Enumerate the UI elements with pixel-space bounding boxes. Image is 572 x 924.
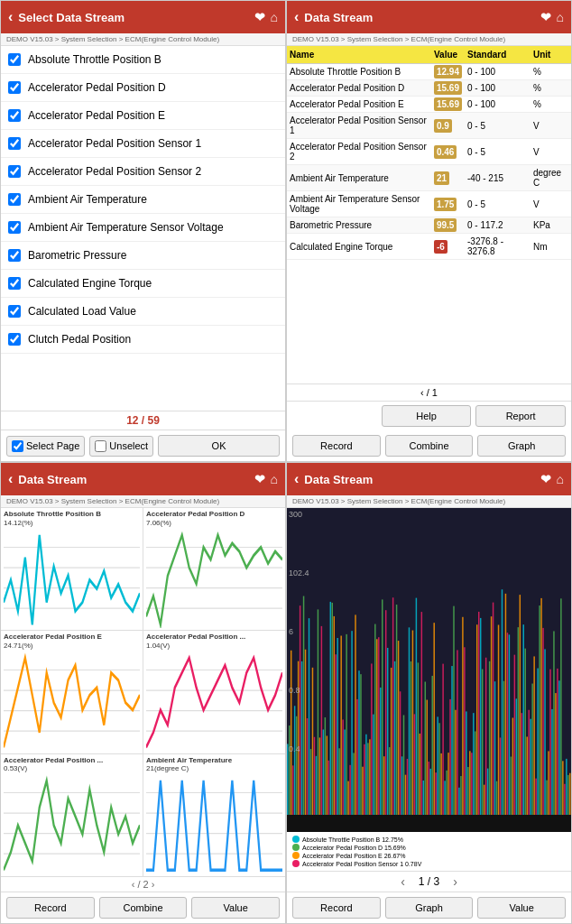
item-checkbox[interactable] <box>8 193 21 206</box>
panel2-breadcrumb: DEMO V15.03 > System Selection > ECM(Eng… <box>287 33 571 46</box>
panel3-page-back[interactable]: ‹ <box>132 879 135 890</box>
panel1-select-page-btn[interactable]: Select Page <box>6 436 85 457</box>
panel2-help-btn[interactable]: Help <box>382 405 472 427</box>
graph-cell[interactable]: Absolute Throttle Position B14.12(%) <box>1 508 143 630</box>
panel3-back-arrow[interactable]: ‹ <box>8 471 13 487</box>
heartbeat-icon2[interactable]: ❤ <box>540 10 551 24</box>
table-row[interactable]: Accelerator Pedal Position D15.690 - 100… <box>287 80 571 97</box>
legend-color-dot <box>292 860 300 867</box>
home-icon3[interactable]: ⌂ <box>271 472 278 486</box>
panel1-ok-btn[interactable]: OK <box>158 435 280 457</box>
row-value: -6 <box>434 240 447 254</box>
item-checkbox[interactable] <box>8 109 21 122</box>
panel4-page-nav: ‹ 1 / 3 › <box>287 871 571 892</box>
item-checkbox[interactable] <box>8 333 21 346</box>
table-row[interactable]: Accelerator Pedal Position Sensor 10.90 … <box>287 113 571 139</box>
table-row[interactable]: Barometric Pressure99.50 - 117.2KPa <box>287 217 571 234</box>
panel3-page-fwd[interactable]: › <box>152 879 155 890</box>
item-label: Calculated Load Value <box>28 305 136 318</box>
panel2-back-arrow[interactable]: ‹ <box>294 9 299 25</box>
heartbeat-icon[interactable]: ❤ <box>254 10 265 24</box>
row-value: 0.9 <box>434 119 452 133</box>
item-checkbox[interactable] <box>8 81 21 94</box>
panel2-back-page[interactable]: ‹ <box>420 387 424 398</box>
list-item[interactable]: Calculated Engine Torque <box>1 270 285 298</box>
panel4-breadcrumb: DEMO V15.03 > System Selection > ECM(Eng… <box>287 495 571 508</box>
item-checkbox[interactable] <box>8 277 21 290</box>
panel4-icons: ❤ ⌂ <box>540 472 564 486</box>
panel1-back-arrow[interactable]: ‹ <box>8 9 13 25</box>
heartbeat-icon4[interactable]: ❤ <box>540 472 551 486</box>
col-standard: Standard <box>465 46 530 64</box>
panel3-combine-btn[interactable]: Combine <box>99 897 188 919</box>
graph-cell[interactable]: Accelerator Pedal Position ...1.04(V) <box>143 631 285 753</box>
item-checkbox[interactable] <box>8 249 21 262</box>
item-label: Accelerator Pedal Position D <box>28 81 166 94</box>
home-icon[interactable]: ⌂ <box>271 10 278 24</box>
panel2-icons: ❤ ⌂ <box>540 10 564 24</box>
list-item[interactable]: Absolute Throttle Position B <box>1 46 285 74</box>
panel2-graph-btn[interactable]: Graph <box>477 435 566 457</box>
row-unit: V <box>530 191 571 217</box>
table-row[interactable]: Ambient Air Temperature21-40 - 215degree… <box>287 165 571 191</box>
graph-cell[interactable]: Accelerator Pedal Position E24.71(%) <box>1 631 143 753</box>
panel4-combined-graph <box>287 508 571 832</box>
table-row[interactable]: Accelerator Pedal Position E15.690 - 100… <box>287 97 571 113</box>
item-checkbox[interactable] <box>8 221 21 234</box>
item-checkbox[interactable] <box>8 305 21 318</box>
list-item[interactable]: Ambient Air Temperature <box>1 186 285 214</box>
legend-label: Accelerator Pedal Position D 15.69% <box>302 845 406 851</box>
home-icon4[interactable]: ⌂ <box>557 472 564 486</box>
panel4-prev-page[interactable]: ‹ <box>401 874 405 889</box>
graph-cell[interactable]: Ambient Air Temperature21(degree C) <box>143 754 285 876</box>
panel4-record-btn[interactable]: Record <box>292 897 381 919</box>
panel2-footer: Record Combine Graph <box>287 430 571 461</box>
row-standard: 0 - 117.2 <box>465 217 530 234</box>
panel4-graph-btn[interactable]: Graph <box>385 897 474 919</box>
panel4-back-arrow[interactable]: ‹ <box>294 471 299 487</box>
list-item[interactable]: Accelerator Pedal Position E <box>1 102 285 130</box>
row-unit: degree C <box>530 165 571 191</box>
panel-select-data-stream: ‹ Select Data Stream ❤ ⌂ DEMO V15.03 > S… <box>0 0 286 462</box>
legend-color-dot <box>292 844 300 851</box>
legend-label: Accelerator Pedal Position Sensor 1 0.78… <box>302 861 421 867</box>
panel1-unselect-btn[interactable]: Unselect <box>89 436 153 457</box>
table-row[interactable]: Accelerator Pedal Position Sensor 20.460… <box>287 139 571 165</box>
item-label: Accelerator Pedal Position E <box>28 109 165 122</box>
list-item[interactable]: Ambient Air Temperature Sensor Voltage <box>1 214 285 242</box>
list-item[interactable]: Clutch Pedal Position <box>1 326 285 354</box>
list-item[interactable]: Calculated Load Value <box>1 298 285 326</box>
panel2-combine-btn[interactable]: Combine <box>385 435 474 457</box>
table-row[interactable]: Absolute Throttle Position B12.940 - 100… <box>287 64 571 80</box>
row-unit: Nm <box>530 234 571 260</box>
item-checkbox[interactable] <box>8 53 21 66</box>
unselect-checkbox[interactable] <box>95 440 106 452</box>
list-item[interactable]: Barometric Pressure <box>1 242 285 270</box>
panel3-record-btn[interactable]: Record <box>6 897 95 919</box>
item-label: Accelerator Pedal Position Sensor 2 <box>28 165 201 178</box>
panel4-value-btn[interactable]: Value <box>477 897 566 919</box>
panel3-breadcrumb: DEMO V15.03 > System Selection > ECM(Eng… <box>1 495 285 508</box>
row-unit: KPa <box>530 217 571 234</box>
heartbeat-icon3[interactable]: ❤ <box>254 472 265 486</box>
legend-item: Accelerator Pedal Position D 15.69% <box>292 844 566 851</box>
panel2-report-btn[interactable]: Report <box>475 405 566 427</box>
item-checkbox[interactable] <box>8 137 21 150</box>
table-row[interactable]: Calculated Engine Torque-6-3276.8 - 3276… <box>287 234 571 260</box>
item-label: Accelerator Pedal Position Sensor 1 <box>28 137 201 150</box>
panel2-page-indicator: ‹ / 1 <box>287 383 571 402</box>
panel2-record-btn[interactable]: Record <box>292 435 381 457</box>
list-item[interactable]: Accelerator Pedal Position Sensor 1 <box>1 130 285 158</box>
panel3-value-btn[interactable]: Value <box>191 897 280 919</box>
list-item[interactable]: Accelerator Pedal Position Sensor 2 <box>1 158 285 186</box>
select-page-checkbox[interactable] <box>12 440 23 452</box>
home-icon2[interactable]: ⌂ <box>557 10 564 24</box>
panel4-next-page[interactable]: › <box>453 874 457 889</box>
graph-cell[interactable]: Accelerator Pedal Position ...0.53(V) <box>1 754 143 876</box>
item-checkbox[interactable] <box>8 165 21 178</box>
data-stream-table: Name Value Standard Unit Absolute Thrott… <box>287 46 571 260</box>
graph-canvas-wrap <box>4 527 140 629</box>
list-item[interactable]: Accelerator Pedal Position D <box>1 74 285 102</box>
table-row[interactable]: Ambient Air Temperature Sensor Voltage1.… <box>287 191 571 217</box>
graph-cell[interactable]: Accelerator Pedal Position D7.06(%) <box>143 508 285 630</box>
